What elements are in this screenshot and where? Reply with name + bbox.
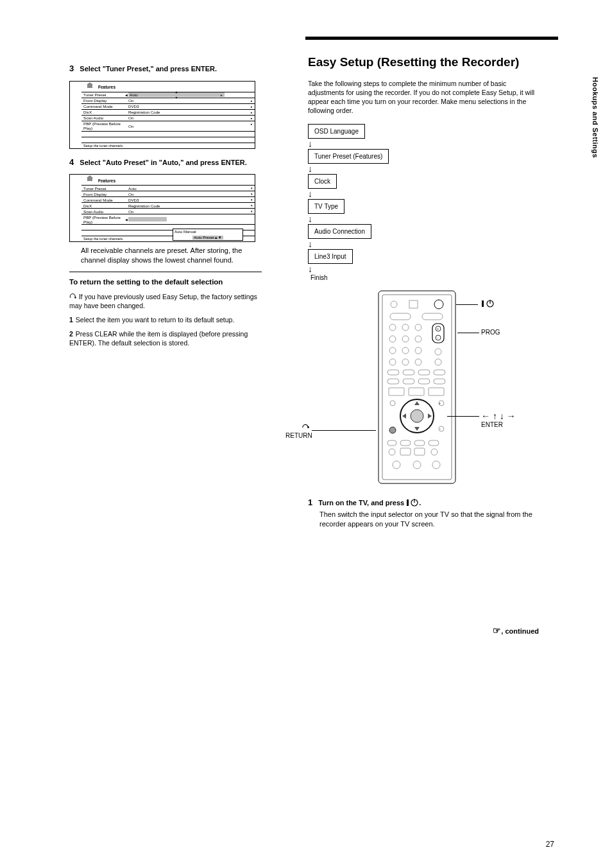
svg-point-15 [402,347,409,354]
row-label: Front Display [81,191,126,196]
menu-box-1: Features Tuner PresetAuto▲▼◀▸ Front Disp… [69,81,255,149]
svg-rect-7 [422,313,443,320]
remote-control-icon: + − + − [372,288,468,493]
row-val: DVD3▸ [126,103,255,109]
svg-rect-27 [387,370,399,375]
right-step-1-sub: Then switch the input selector on your T… [308,510,539,529]
svg-rect-6 [390,313,411,320]
flow-box-1: OSD Language [308,124,365,139]
svg-rect-32 [403,379,414,384]
svg-point-16 [415,347,421,354]
flow-box-5: Audio Connection [308,224,371,239]
svg-point-56 [432,461,440,469]
row-val: Auto▲▼◀▸ [126,92,255,98]
row-label: Tuner Preset [81,185,126,191]
return-text-label: RETURN [285,432,312,439]
left-column: 3 Select "Tuner Preset," and press ENTER… [69,61,262,353]
svg-point-8 [389,324,396,331]
sub-step-1: 1Select the item you want to return to i… [69,315,262,324]
svg-point-55 [413,461,421,469]
svg-rect-52 [414,448,425,455]
svg-rect-29 [418,370,430,375]
side-tab: Hookups and Settings [591,77,599,158]
svg-point-50 [389,449,395,455]
right-intro: Take the following steps to complete the… [308,79,539,116]
flow-arrow-icon: ↓ [308,264,539,274]
house-icon [85,177,94,184]
svg-text:+: + [437,327,439,331]
svg-rect-34 [434,379,445,384]
section-rule [69,272,262,272]
row-val: DVD3▾ [126,196,255,202]
arrow-return-icon [69,293,77,300]
svg-point-40 [390,401,395,406]
svg-rect-37 [429,388,444,395]
continued: ☞, continued [308,625,539,636]
page-number: 27 [546,840,554,849]
power-label [481,299,495,309]
row-val: On▸ [126,98,255,103]
svg-rect-33 [418,379,430,384]
enter-label: ENTER [481,421,503,428]
flow-box-3: Clock [308,174,337,189]
svg-text:−: − [439,427,441,431]
sub-step-2: 2Press CLEAR while the item is displayed… [69,329,262,347]
svg-point-13 [415,336,421,342]
right-column: Easy Setup (Resetting the Recorder) Take… [308,55,539,636]
svg-point-53 [431,449,438,455]
svg-rect-4 [409,300,418,308]
svg-point-39 [411,410,423,422]
svg-rect-28 [403,370,414,375]
svg-rect-46 [387,440,396,446]
row-val: On▾ [126,208,255,214]
flow-arrow-icon: ↓ [308,189,539,199]
row-val: ◀ [126,214,255,224]
row-val: On▸ [126,115,255,121]
svg-point-19 [415,359,421,365]
right-step-1: 1 Turn on the TV, and press . Then switc… [308,497,539,528]
row-label: DivX [81,202,126,208]
svg-point-14 [389,347,396,354]
svg-rect-48 [414,440,425,446]
popup-line1: Auto Manual [174,230,241,234]
svg-point-3 [391,301,397,308]
svg-rect-30 [434,370,445,375]
step-4-num: 4 [69,157,74,167]
flow-box-4: TV Type [308,199,344,214]
svg-rect-57 [482,300,484,307]
row-label: Scan Audio [81,208,126,214]
svg-rect-49 [429,440,439,446]
svg-point-0 [74,297,76,298]
row-label: Scan Audio [81,115,126,121]
arrows-label: ← ↑ ↓ → [481,411,516,421]
flow-chart: OSD Language ↓ Tuner Preset (Features) ↓… [308,124,539,281]
svg-rect-61 [407,499,409,506]
row-val: Registration Code▸ [126,109,255,115]
svg-point-25 [435,349,441,355]
row-label: Front Display [81,98,126,103]
flow-arrow-icon: ↓ [308,239,539,249]
flow-arrow-icon: ↓ [308,214,539,224]
svg-point-12 [402,336,409,342]
flow-box-2: Tuner Preset (Features) [308,149,389,164]
svg-text:−: − [437,336,439,340]
flow-arrow-icon: ↓ [308,139,539,149]
menu-title-2: Features [98,178,115,183]
row-val: Auto▾ [126,185,255,191]
row-label: PBP (Preview Before Play) [81,121,126,131]
flow-arrow-icon: ↓ [308,164,539,174]
prog-label: PROG [481,329,500,336]
svg-point-10 [415,324,421,331]
step-3-text: Select "Tuner Preset," and press ENTER. [80,65,217,73]
menu-footer: Setup the tuner channels. [81,143,255,148]
row-label: Tuner Preset [81,92,126,98]
svg-point-9 [402,324,409,331]
return-label [302,422,310,431]
svg-point-11 [389,336,396,342]
top-rule [305,37,558,40]
svg-point-60 [307,427,309,429]
svg-rect-35 [389,388,404,395]
remote-diagram: + − + − [308,288,539,493]
svg-point-5 [434,300,443,309]
svg-text:+: + [439,401,441,405]
